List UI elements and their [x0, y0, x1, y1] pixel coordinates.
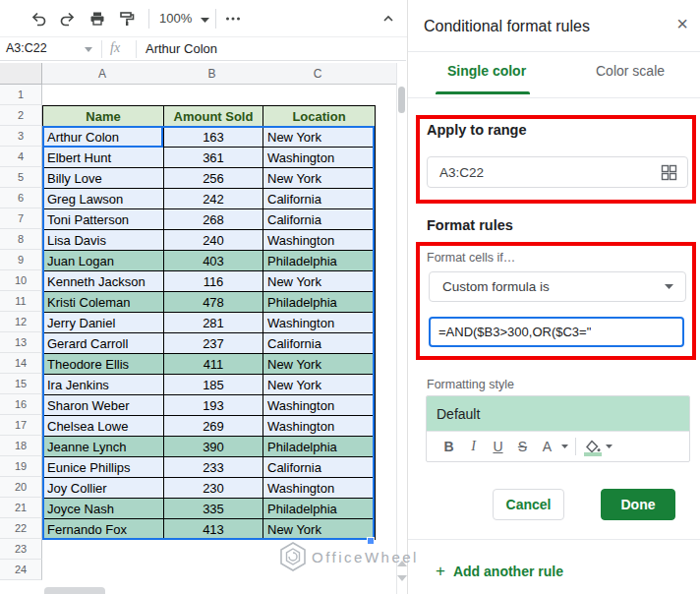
- row-header-14[interactable]: 14: [0, 353, 42, 374]
- cell-name-row13[interactable]: Gerard Carroll: [43, 333, 164, 354]
- namebox-caret-icon[interactable]: [83, 45, 94, 53]
- print-icon[interactable]: [88, 9, 107, 29]
- cell-amount-row4[interactable]: 361: [164, 148, 263, 168]
- cell-name-row12[interactable]: Jerry Daniel: [43, 313, 164, 333]
- row-header-16[interactable]: 16: [0, 394, 42, 415]
- cell-location-row19[interactable]: California: [263, 457, 376, 478]
- cell-amount-row18[interactable]: 390: [164, 437, 263, 457]
- cell-location-row18[interactable]: Philadelphia: [263, 437, 376, 457]
- row-header-10[interactable]: 10: [0, 270, 42, 291]
- cell-amount-row16[interactable]: 193: [164, 395, 263, 416]
- cell-location-row17[interactable]: Washington: [263, 416, 376, 437]
- cell-amount-row17[interactable]: 269: [164, 416, 263, 437]
- close-icon[interactable]: ×: [676, 14, 688, 33]
- cell-name-row18[interactable]: Jeanne Lynch: [43, 437, 164, 457]
- paint-format-icon[interactable]: [117, 9, 137, 29]
- name-box[interactable]: A3:C22: [6, 41, 47, 55]
- cell-location-row21[interactable]: Philadelphia: [263, 499, 376, 519]
- cell-name-row8[interactable]: Lisa Davis: [43, 230, 164, 251]
- cell-amount-row7[interactable]: 268: [164, 209, 263, 230]
- column-header-B[interactable]: B: [162, 63, 262, 85]
- cell-location-row5[interactable]: New York: [263, 168, 376, 189]
- more-icon[interactable]: [223, 9, 243, 29]
- cell-location-row6[interactable]: California: [263, 189, 376, 209]
- cell-name-row5[interactable]: Billy Love: [43, 168, 164, 189]
- cell-name-row7[interactable]: Toni Patterson: [43, 209, 164, 230]
- cell-location-row10[interactable]: New York: [263, 271, 376, 292]
- row-header-9[interactable]: 9: [0, 250, 42, 270]
- cancel-button[interactable]: Cancel: [493, 489, 564, 520]
- row-header-4[interactable]: 4: [0, 147, 42, 167]
- cell-location-row4[interactable]: Washington: [263, 148, 376, 168]
- cell-name-row10[interactable]: Kenneth Jackson: [43, 271, 164, 292]
- cell-amount-row20[interactable]: 230: [164, 478, 263, 499]
- fill-handle[interactable]: [367, 537, 375, 545]
- cell-amount-row21[interactable]: 335: [164, 499, 263, 519]
- cell-name-row22[interactable]: Fernando Fox: [43, 519, 164, 540]
- row-header-20[interactable]: 20: [0, 477, 42, 498]
- cell-location-row8[interactable]: Washington: [263, 230, 376, 251]
- undo-icon[interactable]: [29, 9, 48, 29]
- cell-amount-row6[interactable]: 242: [164, 189, 263, 209]
- cell-location-row13[interactable]: California: [263, 333, 376, 354]
- row-header-23[interactable]: 23: [0, 539, 42, 560]
- done-button[interactable]: Done: [601, 489, 675, 520]
- cell-location-row12[interactable]: Washington: [263, 313, 376, 333]
- cell-location-row15[interactable]: New York: [263, 375, 376, 395]
- fill-color-button[interactable]: [582, 435, 604, 458]
- fill-color-caret-icon[interactable]: [604, 445, 613, 448]
- column-header-partial[interactable]: [374, 63, 397, 85]
- custom-formula-input[interactable]: =AND($B3>300,OR($C3=": [429, 317, 684, 347]
- row-header-5[interactable]: 5: [0, 167, 42, 188]
- vertical-scrollbar[interactable]: [396, 63, 406, 594]
- cell-name-row19[interactable]: Eunice Phillips: [43, 457, 164, 478]
- zoom-caret-icon[interactable]: [195, 10, 214, 30]
- tab-single-color[interactable]: Single color: [447, 63, 526, 79]
- row-header-12[interactable]: 12: [0, 312, 42, 332]
- cell-amount-row12[interactable]: 281: [164, 313, 263, 333]
- cell-location-row11[interactable]: Philadelphia: [263, 292, 376, 313]
- select-data-range-icon[interactable]: [661, 164, 677, 181]
- cell-name-row16[interactable]: Sharon Weber: [43, 395, 164, 416]
- row-header-17[interactable]: 17: [0, 415, 42, 436]
- cell-amount-row13[interactable]: 237: [164, 333, 263, 354]
- cell-amount-row8[interactable]: 240: [164, 230, 263, 251]
- cell-location-row3[interactable]: New York: [263, 127, 376, 148]
- row-header-22[interactable]: 22: [0, 518, 42, 539]
- condition-dropdown[interactable]: Custom formula is: [429, 271, 686, 302]
- row-header-21[interactable]: 21: [0, 498, 42, 518]
- cell-name-row9[interactable]: Juan Logan: [43, 251, 164, 271]
- italic-button[interactable]: I: [461, 435, 486, 458]
- add-another-rule-button[interactable]: + Add another rule: [436, 562, 563, 581]
- cell-amount-row5[interactable]: 256: [164, 168, 263, 189]
- cell-name-row6[interactable]: Greg Lawson: [43, 189, 164, 209]
- vertical-scrollbar-thumb[interactable]: [398, 87, 405, 113]
- cell-location-row22[interactable]: New York: [263, 519, 376, 540]
- range-input[interactable]: A3:C22: [427, 156, 688, 188]
- row-header-7[interactable]: 7: [0, 208, 42, 229]
- cell-amount-row9[interactable]: 403: [164, 251, 263, 271]
- cell-name-row4[interactable]: Elbert Hunt: [43, 148, 164, 168]
- bold-button[interactable]: B: [437, 435, 461, 458]
- cell-name-row11[interactable]: Kristi Coleman: [43, 292, 164, 313]
- cell-amount-row14[interactable]: 411: [164, 354, 263, 375]
- row-header-3[interactable]: 3: [0, 126, 42, 147]
- scroll-down-icon[interactable]: [397, 575, 407, 581]
- cell-amount-row19[interactable]: 233: [164, 457, 263, 478]
- table-header-cell[interactable]: Amount Sold: [164, 106, 263, 127]
- row-header-13[interactable]: 13: [0, 332, 42, 353]
- cell-location-row7[interactable]: California: [263, 209, 376, 230]
- horizontal-scrollbar-thumb[interactable]: [44, 587, 105, 594]
- row-header-2[interactable]: 2: [0, 105, 42, 126]
- row-header-18[interactable]: 18: [0, 436, 42, 456]
- zoom-level[interactable]: 100%: [159, 11, 192, 26]
- underline-button[interactable]: U: [486, 435, 510, 458]
- column-header-A[interactable]: A: [42, 63, 163, 85]
- column-header-C[interactable]: C: [262, 63, 375, 85]
- tab-color-scale[interactable]: Color scale: [596, 63, 665, 79]
- cell-amount-row22[interactable]: 413: [164, 519, 263, 540]
- cell-amount-row10[interactable]: 116: [164, 271, 263, 292]
- row-header-24[interactable]: 24: [0, 560, 42, 580]
- table-header-cell[interactable]: Name: [43, 106, 164, 127]
- cell-amount-row11[interactable]: 478: [164, 292, 263, 313]
